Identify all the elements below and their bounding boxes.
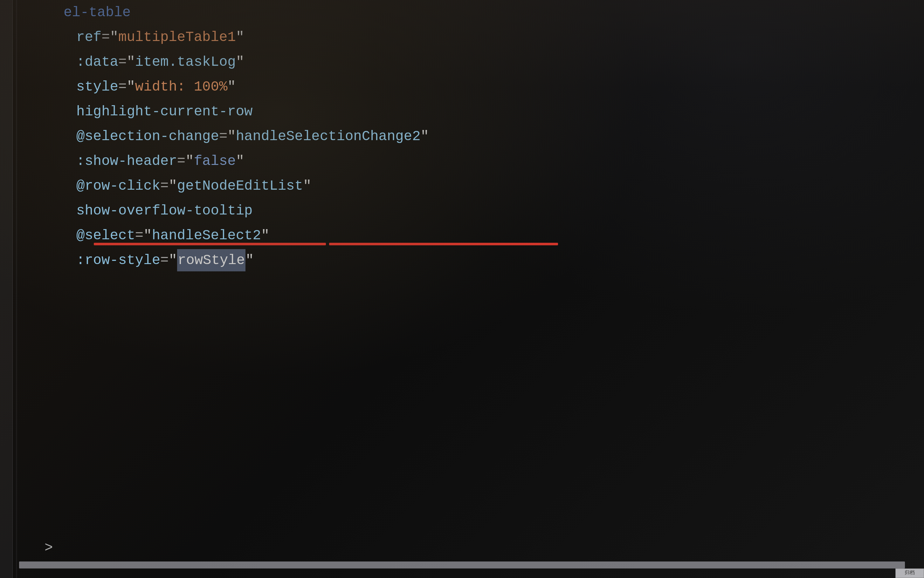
quote-open: ": [169, 175, 177, 197]
code-editor[interactable]: el-table ref="multipleTable1" :data="ite…: [0, 0, 924, 578]
quote-close: ": [303, 175, 311, 197]
attr-name: :row-style: [76, 249, 160, 271]
quote-close: ": [236, 26, 244, 48]
quote-close: ": [236, 150, 244, 172]
quote-open: ": [110, 26, 118, 48]
code-line-attr-row-style[interactable]: :row-style="rowStyle": [38, 248, 917, 273]
quote-open: ": [127, 76, 135, 98]
error-squiggle-icon: [94, 243, 326, 245]
code-line-attr-selection-change[interactable]: @selection-change="handleSelectionChange…: [38, 124, 917, 149]
code-block[interactable]: el-table ref="multipleTable1" :data="ite…: [38, 0, 917, 273]
status-panel[interactable]: 归档: [895, 568, 924, 578]
editor-gutter: [0, 0, 13, 578]
attr-name: @row-click: [76, 175, 160, 197]
equals-sign: =: [160, 249, 169, 271]
quote-close: ": [236, 51, 244, 73]
equals-sign: =: [101, 26, 110, 48]
code-line-attr-highlight[interactable]: highlight-current-row: [38, 99, 917, 124]
code-line-attr-show-header[interactable]: :show-header="false": [38, 149, 917, 174]
error-squiggle-icon: [329, 243, 558, 245]
equals-sign: =: [118, 51, 127, 73]
quote-open: ": [227, 125, 236, 148]
equals-sign: =: [160, 175, 169, 197]
equals-sign: =: [219, 125, 227, 148]
tag-name: el-table: [63, 1, 131, 24]
quote-close: ": [227, 76, 236, 98]
quote-open: ": [127, 51, 135, 73]
attr-value: multipleTable1: [118, 26, 236, 48]
attr-name: ref: [76, 26, 101, 48]
code-line-closing[interactable]: >: [44, 537, 53, 559]
quote-close: ": [246, 249, 254, 271]
attr-name: :data: [76, 51, 118, 73]
horizontal-scrollbar[interactable]: [19, 562, 905, 568]
attr-name: style: [76, 76, 118, 98]
attr-name: @selection-change: [76, 125, 219, 148]
attr-value: item.taskLog: [135, 51, 236, 73]
equals-sign: =: [118, 76, 127, 98]
attr-name: show-overflow-tooltip: [76, 200, 253, 222]
attr-name: highlight-current-row: [76, 101, 253, 123]
code-line-attr-overflow-tooltip[interactable]: show-overflow-tooltip: [38, 198, 917, 223]
attr-value: false: [194, 150, 236, 172]
attr-name: :show-header: [76, 150, 177, 172]
selected-text[interactable]: rowStyle: [177, 249, 246, 271]
attr-value: width: 100%: [135, 76, 227, 98]
code-line-attr-ref[interactable]: ref="multipleTable1": [38, 25, 917, 50]
equals-sign: =: [177, 150, 185, 172]
quote-close: ": [421, 125, 429, 148]
status-text: 归档: [904, 569, 915, 577]
code-line-tag[interactable]: el-table: [38, 0, 917, 25]
code-line-attr-style[interactable]: style="width: 100%": [38, 75, 917, 99]
editor-fold-guide: [16, 0, 17, 578]
quote-open: ": [169, 249, 177, 271]
attr-value: handleSelectionChange2: [236, 125, 421, 148]
code-line-attr-row-click[interactable]: @row-click="getNodeEditList": [38, 174, 917, 198]
code-line-attr-data[interactable]: :data="item.taskLog": [38, 50, 917, 75]
attr-value: getNodeEditList: [177, 175, 303, 197]
quote-open: ": [185, 150, 194, 172]
